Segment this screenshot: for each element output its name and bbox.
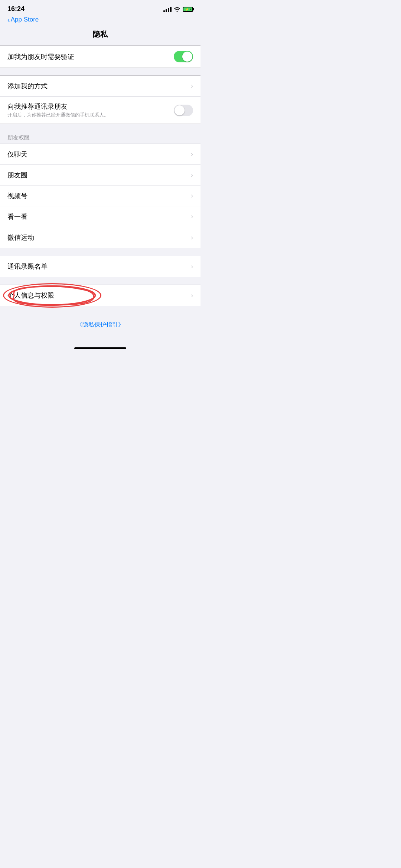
kandikan-label: 看一看 bbox=[7, 212, 188, 221]
toggle-thumb bbox=[182, 52, 192, 62]
recommend-contacts-toggle[interactable] bbox=[174, 105, 193, 116]
friend-verification-toggle[interactable] bbox=[174, 51, 193, 62]
page-header: 隐私 bbox=[0, 26, 200, 45]
personal-info-label: 个人信息与权限 bbox=[7, 291, 188, 300]
chat-only-chevron: › bbox=[191, 150, 193, 158]
status-bar: 16:24 ⚡ bbox=[0, 0, 200, 15]
add-method-label: 添加我的方式 bbox=[7, 82, 188, 91]
page-title: 隐私 bbox=[93, 30, 108, 38]
back-label: App Store bbox=[11, 16, 39, 23]
wechat-sport-item[interactable]: 微信运动 › bbox=[0, 227, 200, 248]
chat-only-item[interactable]: 仅聊天 › bbox=[0, 144, 200, 165]
back-chevron-icon: ‹ bbox=[7, 16, 10, 23]
battery-icon: ⚡ bbox=[183, 7, 193, 12]
recommend-toggle-thumb bbox=[175, 105, 185, 115]
moments-item[interactable]: 朋友圈 › bbox=[0, 165, 200, 186]
recommend-contacts-item[interactable]: 向我推荐通讯录朋友 开启后，为你推荐已经开通微信的手机联系人。 bbox=[0, 96, 200, 124]
channels-label: 视频号 bbox=[7, 191, 188, 200]
friend-verification-item[interactable]: 加我为朋友时需要验证 bbox=[0, 46, 200, 68]
kandikan-item[interactable]: 看一看 › bbox=[0, 206, 200, 227]
chat-only-label: 仅聊天 bbox=[7, 150, 188, 159]
friend-verification-section: 加我为朋友时需要验证 bbox=[0, 45, 200, 68]
signal-bar-2 bbox=[166, 9, 167, 12]
svg-text:⚡: ⚡ bbox=[185, 7, 189, 11]
svg-rect-2 bbox=[190, 9, 191, 10]
back-button[interactable]: ‹ App Store bbox=[7, 16, 193, 23]
wechat-sport-chevron: › bbox=[191, 234, 193, 242]
kandikan-chevron: › bbox=[191, 213, 193, 220]
friend-permissions-header: 朋友权限 bbox=[0, 131, 200, 144]
personal-info-chevron: › bbox=[191, 292, 193, 299]
signal-bar-4 bbox=[170, 7, 172, 12]
recommend-contacts-sublabel: 开启后，为你推荐已经开通微信的手机联系人。 bbox=[7, 112, 169, 118]
personal-info-section: 个人信息与权限 › bbox=[0, 285, 200, 306]
add-method-section: 添加我的方式 › 向我推荐通讯录朋友 开启后，为你推荐已经开通微信的手机联系人。 bbox=[0, 75, 200, 124]
blacklist-chevron: › bbox=[191, 263, 193, 271]
personal-info-item[interactable]: 个人信息与权限 › bbox=[0, 285, 200, 306]
status-icons: ⚡ bbox=[163, 7, 193, 12]
moments-chevron: › bbox=[191, 171, 193, 179]
signal-icon bbox=[163, 7, 172, 12]
wechat-sport-label: 微信运动 bbox=[7, 233, 188, 242]
recommend-contacts-label: 向我推荐通讯录朋友 bbox=[7, 102, 169, 111]
wifi-icon bbox=[174, 7, 180, 12]
signal-bar-3 bbox=[168, 8, 169, 12]
home-bar bbox=[74, 347, 126, 349]
blacklist-item[interactable]: 通讯录黑名单 › bbox=[0, 256, 200, 277]
home-indicator bbox=[0, 344, 200, 355]
blacklist-section: 通讯录黑名单 › bbox=[0, 256, 200, 277]
moments-label: 朋友圈 bbox=[7, 171, 188, 180]
blacklist-label: 通讯录黑名单 bbox=[7, 262, 188, 271]
channels-item[interactable]: 视频号 › bbox=[0, 186, 200, 206]
signal-bar-1 bbox=[163, 10, 165, 12]
friend-permissions-section: 仅聊天 › 朋友圈 › 视频号 › 看一看 › 微信运动 › bbox=[0, 144, 200, 248]
channels-chevron: › bbox=[191, 192, 193, 200]
footer: 《隐私保护指引》 bbox=[0, 314, 200, 344]
privacy-guide-link[interactable]: 《隐私保护指引》 bbox=[76, 321, 124, 328]
status-time: 16:24 bbox=[7, 5, 25, 13]
add-method-chevron: › bbox=[191, 82, 193, 90]
back-navigation: ‹ App Store bbox=[0, 15, 200, 26]
add-method-item[interactable]: 添加我的方式 › bbox=[0, 76, 200, 96]
friend-verification-label: 加我为朋友时需要验证 bbox=[7, 52, 174, 61]
